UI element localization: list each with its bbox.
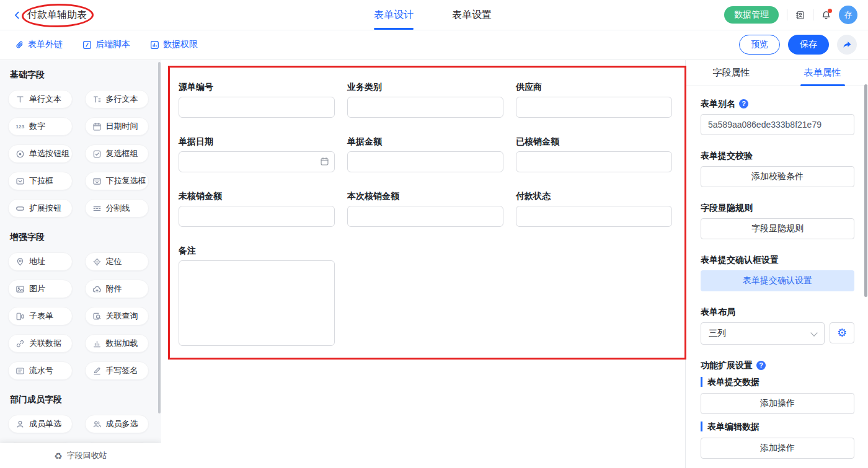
field-recycle-bin-button[interactable]: ♻ 字段回收站	[0, 443, 161, 468]
field-textarea[interactable]	[179, 260, 335, 346]
help-icon[interactable]	[756, 361, 766, 370]
form-alias-input[interactable]	[701, 114, 854, 135]
form-alias-label: 表单别名	[701, 98, 854, 109]
extension-group-form-submit-data: 表单提交数据添加操作	[701, 377, 854, 414]
recycle-label: 字段回收站	[67, 450, 107, 461]
linked-query-icon	[92, 312, 102, 321]
field-type-location[interactable]: 定位	[85, 252, 149, 271]
field-input[interactable]	[516, 97, 672, 118]
field-type-multi-select[interactable]: 下拉复选框	[85, 172, 149, 190]
field-input[interactable]	[347, 97, 503, 118]
form-field-current-verify-amount[interactable]: 本次核销金额	[347, 190, 503, 227]
help-icon[interactable]	[739, 99, 748, 108]
field-type-divider[interactable]: 分割线	[85, 199, 149, 218]
extension-group-label: 表单提交数据	[701, 377, 854, 387]
field-type-label: 日期时间	[106, 121, 138, 132]
field-label: 业务类别	[347, 81, 503, 92]
form-field-payment-status[interactable]: 付款状态	[516, 190, 672, 227]
sidebar-scrollbar[interactable]	[158, 62, 161, 413]
field-label: 付款状态	[516, 190, 672, 201]
field-type-serial-number[interactable]: 流水号	[8, 361, 73, 380]
form-field-doc-amount[interactable]: 单据金额	[347, 136, 503, 172]
page-title: 付款单辅助表	[27, 0, 87, 30]
field-input[interactable]	[516, 151, 672, 172]
field-label: 单据金额	[347, 136, 503, 147]
gear-icon: ⚙	[837, 327, 847, 338]
contact-book-icon[interactable]	[795, 11, 805, 20]
field-type-label: 下拉复选框	[106, 175, 146, 187]
field-type-multi-line-text[interactable]: 多行文本	[85, 90, 149, 108]
avatar[interactable]: 存	[839, 6, 857, 24]
field-input[interactable]	[179, 206, 335, 227]
recycle-icon: ♻	[54, 451, 62, 461]
back-button[interactable]	[12, 11, 22, 20]
address-icon	[15, 257, 25, 267]
toolbar-link-form-external-link[interactable]: 表单外链	[15, 39, 63, 50]
field-type-linked-query[interactable]: 关联查询	[85, 307, 149, 325]
field-input[interactable]	[516, 206, 672, 227]
field-type-address[interactable]: 地址	[8, 252, 73, 271]
field-type-label: 分割线	[106, 203, 130, 214]
member-single-icon	[15, 420, 25, 429]
layout-settings-button[interactable]: ⚙	[830, 322, 854, 343]
field-type-datetime[interactable]: 日期时间	[85, 117, 149, 136]
form-field-doc-date[interactable]: 单据日期	[179, 136, 335, 172]
linked-data-icon	[15, 339, 25, 348]
form-layout-select[interactable]: 三列	[701, 322, 825, 345]
field-type-label: 手写签名	[106, 365, 138, 376]
save-button[interactable]: 保存	[788, 35, 829, 55]
field-type-data-load[interactable]: 数据加载	[85, 334, 149, 353]
field-type-image[interactable]: 图片	[8, 280, 73, 298]
field-type-checkbox-group[interactable]: 复选框组	[85, 144, 149, 163]
form-field-supplier[interactable]: 供应商	[516, 81, 672, 118]
header-tab-form-settings[interactable]: 表单设置	[452, 0, 492, 30]
form-field-source-no[interactable]: 源单编号	[179, 81, 335, 118]
form-toolbar: 表单外链后端脚本数据权限 预览 保存	[0, 30, 868, 60]
field-type-extend-button[interactable]: 扩展按钮	[8, 199, 73, 218]
field-input[interactable]	[347, 206, 503, 227]
app-header: 付款单辅助表 表单设计表单设置 数据管理 存	[0, 0, 868, 30]
toolbar-actions: 预览 保存	[739, 30, 857, 60]
form-design-canvas[interactable]: 源单编号业务类别供应商单据日期单据金额已核销金额未核销金额本次核销金额付款状态备…	[161, 60, 685, 468]
toolbar-link-label: 后端脚本	[95, 39, 130, 50]
field-input[interactable]	[347, 151, 503, 172]
preview-button[interactable]: 预览	[739, 35, 780, 55]
field-type-attachment[interactable]: 附件	[85, 280, 149, 298]
add-validation-button[interactable]: 添加校验条件	[701, 166, 854, 187]
submit-confirm-button[interactable]: 表单提交确认设置	[701, 270, 854, 291]
field-type-number[interactable]: 123数字	[8, 117, 73, 136]
field-type-single-line-text[interactable]: 单行文本	[8, 90, 73, 108]
field-type-label: 单行文本	[29, 94, 61, 105]
field-type-label: 地址	[29, 256, 45, 267]
field-input[interactable]	[179, 97, 335, 118]
form-field-business-type[interactable]: 业务类别	[347, 81, 503, 118]
form-field-remark[interactable]: 备注	[179, 245, 335, 348]
data-manage-button[interactable]: 数据管理	[724, 6, 779, 24]
field-type-label: 复选框组	[106, 148, 138, 159]
panel-tab-field-props[interactable]: 字段属性	[686, 60, 777, 86]
location-icon	[92, 257, 102, 267]
field-type-subform[interactable]: 子表单	[8, 307, 73, 325]
field-input[interactable]	[179, 151, 335, 172]
field-type-select[interactable]: 下拉框	[8, 172, 73, 190]
toolbar-link-data-permission[interactable]: 数据权限	[150, 39, 198, 50]
form-field-verified-amount[interactable]: 已核销金额	[516, 136, 672, 172]
field-type-radio-group[interactable]: 单选按钮组	[8, 144, 73, 163]
bell-icon[interactable]	[822, 11, 831, 20]
sidebar-section-title: 增强字段	[10, 232, 161, 243]
field-type-signature[interactable]: 手写签名	[85, 361, 149, 380]
add-action-button[interactable]: 添加操作	[701, 438, 854, 459]
share-button[interactable]	[837, 35, 857, 55]
panel-scrollbar[interactable]	[864, 84, 867, 297]
field-type-linked-data[interactable]: 关联数据	[8, 334, 73, 353]
field-type-label: 定位	[106, 256, 122, 267]
subform-icon	[15, 312, 25, 321]
field-visibility-button[interactable]: 字段显隐规则	[701, 218, 854, 239]
field-type-member-multi[interactable]: 成员多选	[85, 415, 149, 433]
toolbar-link-backend-script[interactable]: 后端脚本	[82, 39, 130, 50]
panel-tab-form-props[interactable]: 表单属性	[777, 60, 868, 86]
form-field-unverified-amount[interactable]: 未核销金额	[179, 190, 335, 227]
field-type-member-single[interactable]: 成员单选	[8, 415, 73, 433]
add-action-button[interactable]: 添加操作	[701, 393, 854, 414]
header-tab-form-design[interactable]: 表单设计	[374, 0, 414, 30]
